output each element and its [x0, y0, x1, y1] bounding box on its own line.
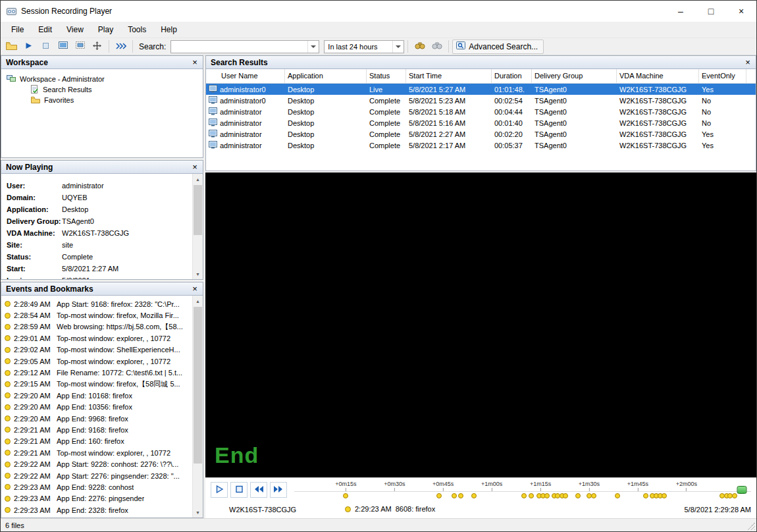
stop-toolbar-button[interactable]: [38, 40, 54, 54]
timeline-event-dot[interactable]: [471, 493, 477, 498]
timeline-event-dot[interactable]: [436, 493, 442, 498]
timeline-event-dot[interactable]: [458, 493, 463, 498]
resize-grip[interactable]: [747, 522, 755, 530]
favorites-node[interactable]: Favorites: [1, 95, 203, 105]
rewind-button[interactable]: [250, 482, 267, 498]
search-results-close-icon[interactable]: ×: [743, 57, 753, 68]
search-dropdown-arrow[interactable]: [307, 41, 319, 53]
timeline-event-dot[interactable]: [662, 493, 667, 498]
event-list-item[interactable]: 2:29:23 AM App End: 9228: conhost: [1, 481, 192, 492]
workspace-root-node[interactable]: Workspace - Administrator: [1, 74, 203, 84]
menu-item[interactable]: Play: [91, 23, 120, 36]
event-list-item[interactable]: 2:29:01 AM Top-most window: explorer, , …: [1, 332, 192, 344]
event-list-item[interactable]: 2:29:23 AM App End: 2328: firefox: [1, 504, 192, 516]
menu-item[interactable]: File: [4, 23, 31, 36]
fullscreen-button[interactable]: [55, 40, 71, 54]
seek-timeline[interactable]: +0m15s +0m30s +0m45s: [294, 480, 751, 501]
now-playing-close-icon[interactable]: ×: [190, 162, 200, 173]
event-list-item[interactable]: 2:28:49 AM App Start: 9168: firefox: 232…: [1, 298, 192, 309]
timeline-event-dot[interactable]: [732, 493, 737, 498]
event-list-item[interactable]: 2:29:21 AM App End: 9168: firefox: [1, 424, 192, 435]
event-list-item[interactable]: 2:29:02 AM Top-most window: ShellExperie…: [1, 344, 192, 356]
menu-item[interactable]: Tools: [120, 23, 153, 36]
scrollbar-thumb[interactable]: [194, 185, 202, 235]
scroll-up-icon[interactable]: ▲: [193, 296, 203, 306]
workspace-close-icon[interactable]: ×: [190, 57, 200, 68]
event-list-item[interactable]: 2:29:15 AM Top-most window: firefox,【58同…: [1, 379, 192, 390]
event-list-item[interactable]: 2:29:21 AM App End: 160: firefox: [1, 436, 192, 447]
cell-duration: 00:02:20: [492, 130, 532, 138]
event-list-item[interactable]: 2:29:20 AM App End: 9968: firefox: [1, 413, 192, 424]
search-input[interactable]: [171, 41, 319, 53]
timeline-event-dot[interactable]: [521, 493, 527, 498]
event-list-item[interactable]: 2:29:05 AM Top-most window: explorer, , …: [1, 356, 192, 367]
search-result-row[interactable]: administrator0 Desktop Live 5/8/2021 5:2…: [206, 84, 756, 95]
scrollbar-thumb[interactable]: [194, 307, 202, 464]
open-file-button[interactable]: [3, 40, 20, 54]
play-icon: [25, 42, 32, 51]
play-button[interactable]: [211, 482, 228, 498]
event-list-item[interactable]: 2:29:22 AM App Start: 9228: conhost: 227…: [1, 458, 192, 469]
find-previous-button[interactable]: [411, 40, 428, 54]
scroll-down-icon[interactable]: ▼: [193, 269, 203, 279]
column-header-vda-machine[interactable]: VDA Machine: [617, 69, 699, 83]
column-header-eventonly[interactable]: EventOnly: [699, 69, 746, 83]
fast-forward-button[interactable]: [270, 482, 287, 498]
pan-button[interactable]: [89, 40, 105, 54]
column-header-duration[interactable]: Duration: [492, 69, 532, 83]
search-combobox[interactable]: [170, 40, 319, 53]
now-playing-scrollbar[interactable]: ▲ ▼: [192, 174, 203, 279]
events-close-icon[interactable]: ×: [190, 284, 200, 294]
search-result-row[interactable]: administrator0 Desktop Complete 5/8/2021…: [206, 95, 756, 106]
timeline-event-dot[interactable]: [575, 493, 581, 498]
timeline-event-dot[interactable]: [563, 493, 568, 498]
event-list-item[interactable]: 2:29:23 AM App End: 2276: pingsender: [1, 493, 192, 504]
close-button[interactable]: ×: [726, 1, 756, 22]
timeline-event-dot[interactable]: [452, 493, 457, 498]
timeline-event-dot[interactable]: [643, 493, 648, 498]
menu-item[interactable]: View: [59, 23, 91, 36]
event-list-item[interactable]: 2:29:21 AM Top-most window: explorer, , …: [1, 447, 192, 458]
column-header-status[interactable]: Status: [367, 69, 406, 83]
pan-move-icon: [93, 41, 101, 52]
search-result-row[interactable]: administrator Desktop Complete 5/8/2021 …: [206, 117, 756, 128]
seek-slider-handle[interactable]: [737, 486, 747, 494]
panes-button[interactable]: [72, 40, 88, 54]
search-result-row[interactable]: administrator Desktop Complete 5/8/2021 …: [206, 140, 756, 151]
event-list-item[interactable]: 2:28:54 AM Top-most window: firefox, Moz…: [1, 309, 192, 321]
search-results-node[interactable]: Search Results: [1, 84, 203, 95]
timeline-event-dot[interactable]: [615, 493, 620, 498]
event-list-item[interactable]: 2:29:20 AM App End: 10356: firefox: [1, 402, 192, 413]
time-filter-arrow[interactable]: [392, 41, 404, 53]
event-list-item[interactable]: 2:29:22 AM App Start: 2276: pingsender: …: [1, 470, 192, 481]
maximize-button[interactable]: □: [696, 1, 726, 22]
advanced-search-button[interactable]: Advanced Search...: [452, 40, 544, 54]
menu-item[interactable]: Help: [153, 23, 184, 36]
event-list-item[interactable]: 2:28:59 AM Web browsing: https://bj.58.c…: [1, 321, 192, 332]
column-header-start-time[interactable]: Start Time: [406, 69, 492, 83]
timeline-event-dot[interactable]: [529, 493, 534, 498]
search-result-row[interactable]: administrator Desktop Complete 5/8/2021 …: [206, 128, 756, 140]
playback-speed-button[interactable]: [113, 40, 129, 54]
search-result-row[interactable]: administrator Desktop Complete 5/8/2021 …: [206, 106, 756, 117]
column-header-delivery-group[interactable]: Delivery Group: [532, 69, 617, 83]
time-filter-select[interactable]: In last 24 hours: [324, 40, 404, 53]
play-toolbar-button[interactable]: [20, 40, 37, 54]
timeline-event-dot[interactable]: [544, 493, 550, 498]
event-list-item[interactable]: 2:29:20 AM App End: 10168: firefox: [1, 390, 192, 401]
event-list-item[interactable]: 2:29:12 AM File Rename: 10772: C:\test\6…: [1, 367, 192, 378]
minimize-button[interactable]: –: [666, 1, 696, 22]
stop-button[interactable]: [230, 482, 248, 498]
event-dot-icon: [5, 427, 11, 433]
column-header-application[interactable]: Application: [285, 69, 367, 83]
events-scrollbar[interactable]: ▲ ▼: [192, 296, 203, 518]
scroll-up-icon[interactable]: ▲: [193, 174, 203, 184]
menu-item[interactable]: Edit: [31, 23, 59, 36]
scroll-down-icon[interactable]: ▼: [193, 507, 203, 518]
column-header-user-name[interactable]: User Name: [206, 69, 285, 83]
timeline-event-dot[interactable]: [591, 493, 596, 498]
tick-mark: [540, 488, 541, 491]
find-next-button[interactable]: [429, 40, 445, 54]
timeline-event-dot[interactable]: [343, 493, 348, 498]
event-time: 2:29:12 AM: [14, 369, 53, 377]
